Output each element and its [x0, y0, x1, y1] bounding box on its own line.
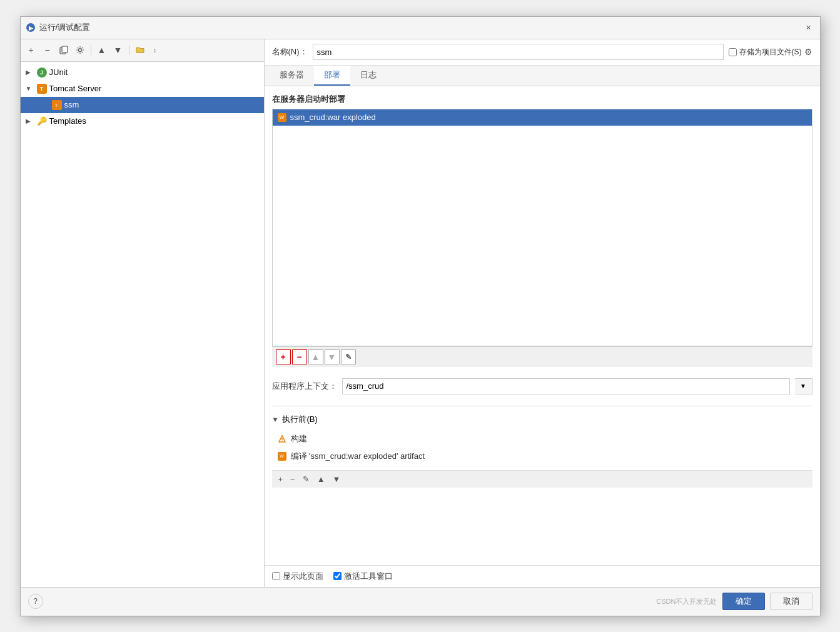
- left-panel: + − ▲: [21, 39, 265, 587]
- tree-item-templates[interactable]: ▶ 🔑 Templates: [21, 113, 264, 129]
- activate-row: 激活工具窗口: [333, 571, 393, 582]
- deploy-item-icon: W: [278, 113, 286, 122]
- before-item-compile[interactable]: W 编译 'ssm_crud:war exploded' artifact: [277, 449, 807, 464]
- tree-item-tomcat[interactable]: ▼ T Tomcat Server: [21, 81, 264, 97]
- tomcat-icon: T: [37, 84, 47, 94]
- app-icon: ▶: [26, 23, 36, 33]
- settings-button[interactable]: [73, 43, 87, 57]
- deploy-up-button[interactable]: ▲: [308, 349, 323, 364]
- tree-item-ssm[interactable]: T ssm: [21, 97, 264, 113]
- left-toolbar: + − ▲: [21, 39, 264, 62]
- before-down-button[interactable]: ▼: [330, 473, 343, 485]
- svg-rect-3: [62, 46, 68, 53]
- save-checkbox-area: 存储为项目文件(S) ⚙: [729, 47, 812, 58]
- templates-icon: 🔑: [37, 116, 47, 126]
- before-remove-button[interactable]: −: [288, 473, 298, 485]
- ssm-label: ssm: [64, 100, 79, 109]
- templates-expand-icon: ▶: [26, 118, 34, 124]
- compile-label: 编译 'ssm_crud:war exploded' artifact: [291, 451, 425, 462]
- name-label: 名称(N)：: [272, 46, 308, 58]
- junit-label: JUnit: [49, 68, 68, 77]
- ssm-icon: T: [52, 100, 62, 110]
- svg-point-10: [281, 440, 283, 441]
- content-area: + − ▲: [21, 39, 820, 587]
- tomcat-label: Tomcat Server: [49, 84, 102, 93]
- deploy-section: 在服务器启动时部署 W ssm_crud:war exploded + − ▲ …: [272, 94, 812, 367]
- right-panel: 名称(N)： 存储为项目文件(S) ⚙ 服务器 部署 日志 在服务器启动时部署: [265, 39, 820, 587]
- add-config-button[interactable]: +: [24, 43, 38, 57]
- tab-server[interactable]: 服务器: [270, 66, 314, 86]
- context-label: 应用程序上下文：: [272, 381, 337, 392]
- tab-log[interactable]: 日志: [350, 66, 387, 86]
- build-icon: [277, 434, 287, 444]
- name-input[interactable]: [313, 44, 724, 60]
- before-section-toggle[interactable]: ▼ 执行前(B): [272, 411, 812, 428]
- sort-button[interactable]: ↕: [149, 43, 163, 57]
- run-config-dialog: ▶ 运行/调试配置 × + −: [20, 16, 821, 616]
- dialog-footer: ? CSDN不入开发无处 确定 取消: [21, 587, 820, 616]
- move-up-button[interactable]: ▲: [95, 43, 109, 57]
- deploy-header: 在服务器启动时部署: [272, 94, 812, 105]
- before-toolbar: + − ✎ ▲ ▼: [272, 470, 812, 488]
- before-item-build[interactable]: 构建: [277, 431, 807, 446]
- save-label: 存储为项目文件(S): [739, 47, 802, 58]
- context-row: 应用程序上下文： ▼: [272, 374, 812, 398]
- junit-icon: J: [37, 68, 47, 78]
- main-content: 在服务器启动时部署 W ssm_crud:war exploded + − ▲ …: [265, 86, 820, 565]
- before-up-button[interactable]: ▲: [315, 473, 328, 485]
- before-section: ▼ 执行前(B) 构建: [272, 406, 812, 488]
- config-tree: ▶ J JUnit ▼ T Tomcat Server T: [21, 62, 264, 587]
- deploy-edit-button[interactable]: ✎: [341, 349, 356, 364]
- build-label: 构建: [291, 433, 307, 444]
- compile-icon: W: [277, 451, 287, 461]
- junit-expand-icon: ▶: [26, 69, 34, 76]
- cancel-button[interactable]: 取消: [770, 593, 812, 610]
- remove-config-button[interactable]: −: [41, 43, 54, 57]
- close-button[interactable]: ×: [802, 21, 815, 34]
- toolbar-divider-1: [91, 45, 91, 55]
- svg-text:▶: ▶: [28, 25, 33, 31]
- deploy-item-label: ssm_crud:war exploded: [290, 113, 376, 122]
- deploy-remove-button[interactable]: −: [292, 349, 307, 364]
- before-items: 构建 W 编译 'ssm_crud:war exploded' artifact: [272, 428, 812, 468]
- dialog-title: 运行/调试配置: [39, 22, 799, 33]
- toolbar-divider-2: [129, 45, 129, 55]
- before-add-button[interactable]: +: [276, 473, 286, 485]
- svg-point-4: [78, 49, 81, 52]
- tabs-bar: 服务器 部署 日志: [265, 66, 820, 86]
- before-edit-button[interactable]: ✎: [300, 473, 312, 485]
- svg-text:↕: ↕: [153, 47, 156, 54]
- show-page-checkbox[interactable]: [272, 572, 280, 580]
- templates-label: Templates: [49, 116, 86, 126]
- copy-config-button[interactable]: [57, 43, 71, 57]
- bottom-options: 显示此页面 激活工具窗口: [265, 565, 820, 587]
- watermark: CSDN不入开发无处: [656, 597, 717, 606]
- name-bar: 名称(N)： 存储为项目文件(S) ⚙: [265, 39, 820, 66]
- tomcat-expand-icon: ▼: [26, 85, 34, 92]
- deploy-down-button[interactable]: ▼: [325, 349, 340, 364]
- deploy-list: W ssm_crud:war exploded: [272, 109, 812, 346]
- move-down-button[interactable]: ▼: [111, 43, 125, 57]
- before-header: 执行前(B): [282, 414, 317, 425]
- ok-button[interactable]: 确定: [722, 593, 765, 610]
- save-checkbox[interactable]: [729, 48, 737, 56]
- tree-item-junit[interactable]: ▶ J JUnit: [21, 64, 264, 81]
- folder-button[interactable]: [133, 43, 147, 57]
- before-toggle-arrow: ▼: [272, 416, 279, 423]
- activate-checkbox[interactable]: [333, 572, 342, 580]
- activate-label: 激活工具窗口: [344, 571, 393, 582]
- deploy-actions: + − ▲ ▼ ✎: [272, 346, 812, 367]
- help-button[interactable]: ?: [28, 594, 43, 609]
- context-dropdown-button[interactable]: ▼: [795, 378, 812, 394]
- deploy-add-button[interactable]: +: [276, 349, 291, 364]
- tab-deploy[interactable]: 部署: [314, 66, 350, 86]
- title-bar: ▶ 运行/调试配置 ×: [21, 17, 820, 39]
- svg-text:T: T: [55, 103, 58, 108]
- show-page-row: 显示此页面: [272, 571, 323, 582]
- context-input[interactable]: [342, 378, 790, 394]
- show-page-label: 显示此页面: [283, 571, 323, 582]
- save-gear-icon[interactable]: ⚙: [804, 47, 812, 57]
- window-controls: ×: [802, 21, 815, 34]
- deploy-item[interactable]: W ssm_crud:war exploded: [273, 109, 812, 126]
